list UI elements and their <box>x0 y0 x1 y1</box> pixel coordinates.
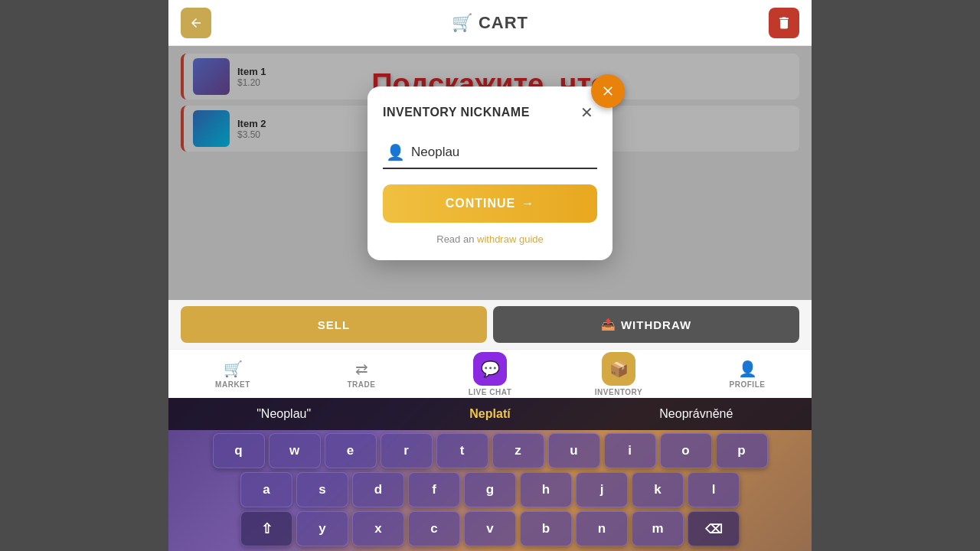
key-r[interactable]: r <box>381 433 433 468</box>
key-k[interactable]: k <box>632 472 684 507</box>
key-v[interactable]: v <box>464 511 516 546</box>
profile-label: PROFILE <box>730 380 766 389</box>
modal-overlay: INVENTORY NICKNAME ✕ 👤 CONTINUE → Read a… <box>168 46 812 300</box>
market-label: MARKET <box>215 380 250 389</box>
inventory-label: INVENTORY <box>595 388 642 396</box>
outer-wrapper: 🛒 CART Подскажите, что за ошибка? Item 1 <box>0 0 980 551</box>
right-panel <box>812 0 980 551</box>
suggestion-bar: "Neoplau" Neplatí Neoprávněné <box>168 398 812 430</box>
key-u[interactable]: u <box>548 433 600 468</box>
sidebar-item-trade[interactable]: ⇄ TRADE <box>297 350 426 398</box>
market-icon: 🛒 <box>224 360 243 378</box>
modal-close-button[interactable]: ✕ <box>576 102 597 123</box>
input-wrap: 👤 <box>383 137 597 169</box>
key-x[interactable]: x <box>352 511 404 546</box>
dismiss-button[interactable] <box>591 74 625 108</box>
content-area: Подскажите, что за ошибка? Item 1 $1.20 … <box>168 46 812 300</box>
phone-content: 🛒 CART Подскажите, что за ошибка? Item 1 <box>168 0 812 551</box>
key-t[interactable]: t <box>436 433 488 468</box>
modal-title: INVENTORY NICKNAME <box>383 106 530 119</box>
trade-icon: ⇄ <box>355 360 368 378</box>
cart-icon: 🛒 <box>452 13 472 33</box>
inventory-icon: 📦 <box>609 360 629 378</box>
key-z[interactable]: z <box>492 433 544 468</box>
withdraw-button[interactable]: 📤 WITHDRAW <box>493 306 799 343</box>
key-e[interactable]: e <box>325 433 377 468</box>
key-a[interactable]: a <box>240 472 292 507</box>
withdraw-label: WITHDRAW <box>621 318 691 331</box>
sidebar-item-profile[interactable]: 👤 PROFILE <box>683 350 812 398</box>
modal-dialog: INVENTORY NICKNAME ✕ 👤 CONTINUE → Read a… <box>368 86 612 260</box>
key-o[interactable]: o <box>660 433 712 468</box>
livechat-icon: 💬 <box>481 360 500 378</box>
livechat-icon-wrap: 💬 <box>473 352 507 386</box>
suggestion-2[interactable]: Neplatí <box>387 404 593 424</box>
left-panel <box>0 0 168 551</box>
key-b[interactable]: b <box>520 511 572 546</box>
key-q[interactable]: q <box>213 433 265 468</box>
footer-text: Read an <box>436 233 477 245</box>
bottom-nav: 🛒 MARKET ⇄ TRADE 💬 LIVE CHAT 📦 <box>168 349 812 398</box>
sidebar-item-market[interactable]: 🛒 MARKET <box>168 350 297 398</box>
key-row-3: ⇧ y x c v b n m ⌫ <box>173 511 807 546</box>
continue-button[interactable]: CONTINUE → <box>383 184 597 223</box>
key-c[interactable]: c <box>408 511 460 546</box>
key-j[interactable]: j <box>576 472 628 507</box>
action-buttons: SELL 📤 WITHDRAW <box>168 300 812 349</box>
sell-button[interactable]: SELL <box>181 306 487 343</box>
trade-icon-wrap: ⇄ <box>355 360 368 378</box>
key-p[interactable]: p <box>716 433 768 468</box>
sidebar-item-inventory[interactable]: 📦 INVENTORY <box>554 350 683 398</box>
key-shift[interactable]: ⇧ <box>240 511 292 546</box>
key-s[interactable]: s <box>296 472 348 507</box>
suggestion-1[interactable]: "Neoplau" <box>181 404 387 424</box>
key-i[interactable]: i <box>604 433 656 468</box>
profile-icon: 👤 <box>738 360 757 378</box>
modal-footer: Read an withdraw guide <box>383 233 597 245</box>
key-d[interactable]: d <box>352 472 404 507</box>
nickname-input[interactable] <box>411 145 594 160</box>
key-w[interactable]: w <box>269 433 321 468</box>
key-n[interactable]: n <box>576 511 628 546</box>
withdraw-guide-link[interactable]: withdraw guide <box>477 233 544 245</box>
continue-label: CONTINUE <box>446 197 516 210</box>
key-y[interactable]: y <box>296 511 348 546</box>
key-h[interactable]: h <box>520 472 572 507</box>
key-m[interactable]: m <box>632 511 684 546</box>
market-icon-wrap: 🛒 <box>224 360 243 378</box>
keyboard-rows: q w e r t z u i o p a s d f g h <box>168 430 812 549</box>
livechat-label: LIVE CHAT <box>469 388 512 396</box>
user-icon: 👤 <box>386 143 405 161</box>
back-button[interactable] <box>181 8 211 38</box>
header: 🛒 CART <box>168 0 812 46</box>
sidebar-item-livechat[interactable]: 💬 LIVE CHAT <box>426 350 554 398</box>
key-f[interactable]: f <box>408 472 460 507</box>
inventory-icon-wrap: 📦 <box>602 352 635 386</box>
continue-arrow: → <box>521 197 534 210</box>
trade-label: TRADE <box>348 380 376 389</box>
withdraw-icon: 📤 <box>601 318 616 331</box>
key-g[interactable]: g <box>464 472 516 507</box>
key-row-2: a s d f g h j k l <box>173 472 807 507</box>
page-title: CART <box>479 13 528 33</box>
header-title-wrap: 🛒 CART <box>452 13 528 33</box>
key-backspace[interactable]: ⌫ <box>688 511 740 546</box>
modal-header: INVENTORY NICKNAME ✕ <box>383 102 597 123</box>
delete-button[interactable] <box>769 8 799 38</box>
key-l[interactable]: l <box>688 472 740 507</box>
keyboard-area: "Neoplau" Neplatí Neoprávněné q w e r t … <box>168 398 812 551</box>
suggestion-3[interactable]: Neoprávněné <box>593 404 799 424</box>
key-row-1: q w e r t z u i o p <box>173 433 807 468</box>
profile-icon-wrap: 👤 <box>738 360 757 378</box>
